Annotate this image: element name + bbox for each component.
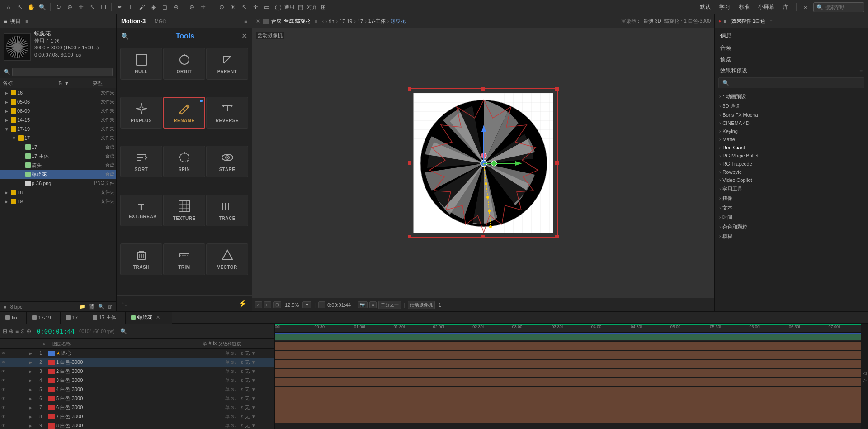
tool-null[interactable]: NULL — [120, 48, 162, 80]
tool-orbit[interactable]: ORBIT — [163, 48, 205, 80]
tools-sort-icon[interactable]: ↑↓ — [121, 300, 127, 307]
tl-ctrl5[interactable]: ⊛ — [27, 328, 31, 334]
tl-layer-row-1[interactable]: 👁▶1★圆心单⊙/⊙ 无▼ — [0, 349, 274, 358]
tl-ctrl4[interactable]: ⊙ — [20, 328, 25, 334]
tree-row-08-09[interactable]: ▶08-09文件夹 — [0, 106, 116, 115]
layer-expand-7[interactable]: ▶ — [29, 405, 34, 410]
move-icon[interactable]: ✛ — [76, 2, 86, 12]
tl-layer-row-4[interactable]: 👁▶43 白色-3000单⊙/⊙ 无▼ — [0, 376, 274, 385]
layer-lock-7[interactable] — [22, 403, 29, 412]
comp-nav-left[interactable]: ‹ — [322, 19, 324, 24]
tree-row-spiral[interactable]: 螺旋花合成 — [0, 170, 116, 179]
motion3-menu[interactable]: ≡ — [244, 18, 247, 24]
tree-row-17-sub[interactable]: ▼17文件夹 — [0, 133, 116, 143]
tree-row-16[interactable]: ▶16文件夹 — [0, 88, 116, 97]
tl-ruler[interactable]: 00f00:30f01:00f01:30f02:00f02:30f03:00f0… — [275, 324, 868, 333]
layer-expand-9[interactable]: ▶ — [29, 424, 34, 428]
tl-track-4[interactable]: ▼ — [275, 360, 868, 369]
layer-expand-1[interactable]: ▶ — [29, 351, 34, 356]
layer-shy-icon[interactable]: ⊙ — [231, 405, 234, 410]
tl-playhead[interactable] — [382, 333, 382, 429]
effect-cat-Video_Copilot[interactable]: ›Video Copilot — [715, 176, 868, 184]
tool-trim[interactable]: TRIM — [163, 243, 205, 275]
layer-pen-icon[interactable]: / — [235, 351, 236, 356]
time-display-btn[interactable]: □ — [318, 301, 326, 308]
workspace-learn[interactable]: 学习 — [716, 2, 734, 12]
layer-pen-icon[interactable]: / — [235, 414, 236, 419]
tl-layer-row-3[interactable]: 👁▶32 白色-3000单⊙/⊙ 无▼ — [0, 367, 274, 376]
layer-switch-icon[interactable]: 单 — [225, 377, 230, 384]
tools-close-icon[interactable]: ✕ — [241, 32, 247, 40]
cursor2-icon[interactable]: ↖ — [239, 2, 249, 12]
layer-switch-icon[interactable]: 单 — [225, 386, 230, 393]
layer-lock-4[interactable] — [22, 376, 29, 385]
tl-track-9[interactable]: ▼ — [275, 405, 868, 414]
tree-arrow-17-sub[interactable]: ▼ — [12, 136, 17, 141]
layer-pen-icon[interactable]: / — [235, 360, 236, 365]
tool-reverse[interactable]: REVERSE — [206, 97, 248, 129]
layer-vis-3[interactable]: 👁 — [0, 367, 7, 376]
tl-tab-17-主体[interactable]: 17-主体 — [87, 312, 126, 324]
circle-icon[interactable]: ◯ — [273, 2, 283, 12]
effect-cat-*_动画预设[interactable]: ›* 动画预设 — [715, 92, 868, 101]
layer-lock-2[interactable] — [22, 358, 29, 367]
effect-cat-Rowbyte[interactable]: ›Rowbyte — [715, 168, 868, 176]
project-menu-btn[interactable]: ≡ — [25, 19, 28, 24]
layer-pen-icon[interactable]: / — [235, 423, 236, 428]
layer-switch-icon[interactable]: 单 — [225, 396, 230, 402]
layer-lock-5[interactable] — [22, 385, 29, 394]
tree-row-14-15[interactable]: ▶14-15文件夹 — [0, 115, 116, 124]
workspace-standard[interactable]: 标准 — [735, 2, 753, 12]
tool-trash[interactable]: TRASH — [120, 243, 162, 275]
tool-parent[interactable]: PARENT — [206, 48, 248, 80]
search-bottom-icon[interactable]: 🔍 — [98, 304, 104, 309]
tool-texture[interactable]: TEXTURE — [163, 195, 205, 226]
tree-row-arrow[interactable]: 箭头合成 — [0, 161, 116, 170]
text-icon[interactable]: T — [126, 2, 136, 12]
layer-solo-1[interactable] — [14, 349, 22, 358]
tl-track-8[interactable]: ▼ — [275, 396, 868, 405]
tl-layer-row-6[interactable]: 👁▶65 白色-3000单⊙/⊙ 无▼ — [0, 394, 274, 403]
tl-track-7[interactable]: ▼ — [275, 387, 868, 396]
tool-pinplus[interactable]: PINPLUS — [120, 97, 162, 129]
layer-lock-6[interactable] — [22, 394, 29, 403]
camera-icon[interactable]: ⊙ — [217, 2, 226, 12]
expand-icon[interactable]: » — [801, 2, 811, 12]
comp-viewer[interactable]: 活动摄像机 — [252, 28, 714, 298]
tl-collapse-icon[interactable]: ▷ — [863, 377, 867, 382]
layer-switch-icon[interactable]: 单 — [225, 368, 230, 375]
zoom-dropdown[interactable]: ▼ — [302, 301, 311, 308]
tree-row-05-06[interactable]: ▶05-06文件夹 — [0, 97, 116, 106]
layer-pen-icon[interactable]: / — [235, 369, 236, 374]
home-icon[interactable]: ⌂ — [4, 2, 14, 12]
comp-nav-1719[interactable]: 17-19 — [340, 19, 352, 24]
layer-solo-3[interactable] — [14, 367, 22, 376]
tree-arrow-08-09[interactable]: ▶ — [5, 109, 10, 114]
layer-switch-icon[interactable]: 单 — [225, 423, 230, 429]
tl-tab-fin[interactable]: fin — [0, 312, 27, 324]
tl-layer-row-2[interactable]: 👁▶21 白色-3000单⊙/⊙ 无▼ — [0, 358, 274, 367]
layer-vis-4[interactable]: 👁 — [0, 376, 7, 385]
tree-arrow-18[interactable]: ▶ — [5, 190, 10, 195]
help-search-input[interactable] — [825, 5, 861, 10]
effect-cat-3D_通道[interactable]: ›3D 通道 — [715, 101, 868, 111]
skew-icon[interactable]: ⧠ — [99, 2, 108, 12]
motion-icon[interactable]: ⊞ — [318, 2, 328, 12]
project-search-input[interactable] — [12, 68, 113, 76]
effect-cat-杂色和颗粒[interactable]: ›杂色和颗粒 — [715, 222, 868, 232]
tl-track-2[interactable]: ▼ — [275, 342, 868, 351]
tl-tab-17-19[interactable]: 17-19 — [27, 312, 61, 324]
view-options-btn[interactable]: □ — [264, 301, 271, 308]
layer-lock-8[interactable] — [22, 412, 29, 421]
tl-tab-螺旋花[interactable]: 螺旋花✕ ≡ — [126, 312, 172, 324]
new-comp-icon[interactable]: 🎬 — [89, 304, 95, 309]
tool-textbreak[interactable]: T TEXT-BREAK — [120, 195, 162, 226]
pointer-icon[interactable]: ↖ — [15, 2, 25, 12]
layer-switch-icon[interactable]: 单 — [225, 414, 230, 420]
effect-cat-Matte[interactable]: ›Matte — [715, 135, 868, 143]
layer-lock-9[interactable] — [22, 421, 29, 429]
snapshot-btn[interactable]: 📷 — [358, 301, 368, 308]
layer-solo-5[interactable] — [14, 385, 22, 394]
rect-icon[interactable]: ▭ — [262, 2, 272, 12]
home-view-btn[interactable]: ⌂ — [255, 301, 262, 308]
